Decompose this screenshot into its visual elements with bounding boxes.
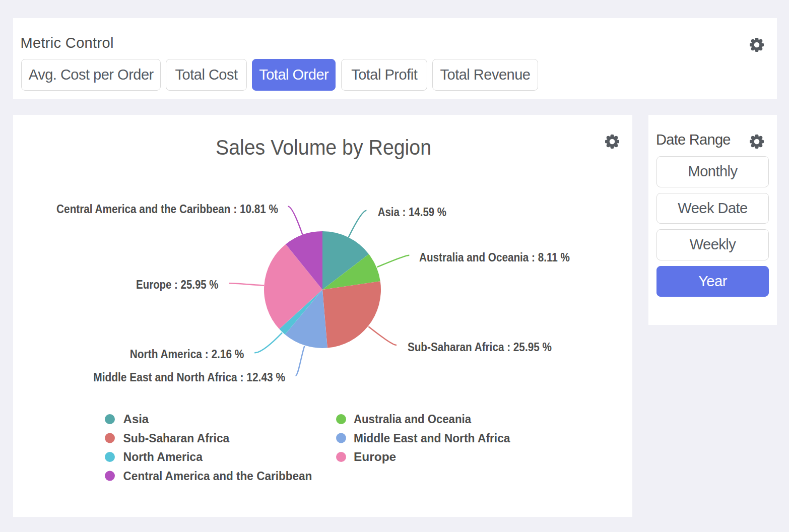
svg-text:Central America and the Caribb: Central America and the Caribbean (123, 469, 312, 483)
svg-text:Sub-Saharan Africa: Sub-Saharan Africa (123, 431, 230, 445)
svg-text:Sub-Saharan Africa : 25.95 %: Sub-Saharan Africa : 25.95 % (408, 341, 552, 354)
svg-text:Asia : 14.59 %: Asia : 14.59 % (378, 206, 446, 219)
svg-text:Australia and Oceania : 8.11 %: Australia and Oceania : 8.11 % (419, 251, 570, 264)
svg-text:Europe: Europe (354, 450, 396, 463)
svg-text:Australia and Oceania: Australia and Oceania (354, 412, 472, 426)
svg-text:Europe : 25.95 %: Europe : 25.95 % (136, 278, 218, 291)
svg-text:North America : 2.16 %: North America : 2.16 % (130, 348, 244, 361)
svg-text:Asia: Asia (123, 412, 149, 426)
svg-text:North America: North America (123, 450, 203, 463)
svg-text:Sales Volume by Region: Sales Volume by Region (216, 136, 431, 159)
svg-text:Central America and the Caribb: Central America and the Caribbean : 10.8… (56, 203, 278, 216)
svg-text:Middle East and North Africa: Middle East and North Africa (354, 431, 510, 445)
svg-text:Middle East and North Africa :: Middle East and North Africa : 12.43 % (93, 371, 285, 384)
